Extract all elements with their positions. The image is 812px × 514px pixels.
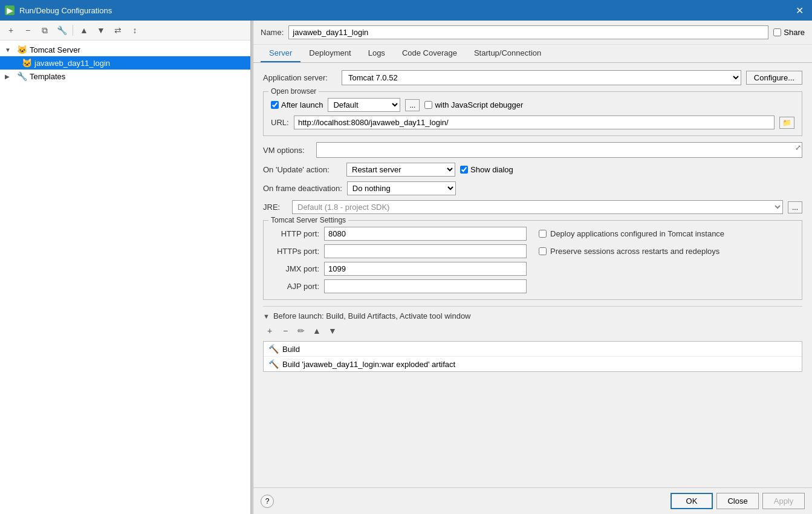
before-launch-section: ▼ Before launch: Build, Build Artifacts,… [263,306,802,372]
tab-deployment[interactable]: Deployment [300,45,359,62]
url-browse-button[interactable]: 📁 [779,117,794,129]
remove-config-button[interactable]: − [21,23,35,37]
preserve-sessions-checkbox[interactable] [539,247,547,255]
tree-item-javaweb[interactable]: 🐱 javaweb_day11_login [0,56,250,70]
close-button[interactable]: Close [716,493,759,509]
jmx-port-label: JMX port: [271,264,319,273]
tab-startup-connection[interactable]: Startup/Connection [466,45,550,62]
before-launch-up-button[interactable]: ▲ [310,324,323,337]
on-update-label: On 'Update' action: [263,165,342,174]
tab-logs[interactable]: Logs [360,45,394,62]
ajp-port-input[interactable] [324,279,527,293]
show-dialog-label: Show dialog [460,165,513,174]
tomcat-icon: 🐱 [17,45,27,54]
js-debug-label: with JavaScript debugger [424,100,523,109]
tree-expand-templates: ▶ [5,73,15,80]
dialog-title: Run/Debug Configurations [19,6,112,15]
before-launch-item-artifact[interactable]: 🔨 Build 'javaweb_day11_login:war explode… [264,357,802,371]
name-bar: Name: Share [253,21,812,45]
name-input[interactable] [288,25,768,39]
add-config-button[interactable]: + [4,23,18,37]
app-server-label: Application server: [263,73,342,82]
move-up-button[interactable]: ▲ [77,23,91,37]
ports-grid: HTTP port: Deploy applications configure… [271,227,794,293]
share-checkbox[interactable] [773,28,781,36]
on-frame-label: On frame deactivation: [263,184,342,193]
browser-select[interactable]: Default [328,98,400,112]
before-launch-remove-button[interactable]: − [279,324,292,337]
tomcat-server-label: Tomcat Server [30,45,80,54]
js-debug-checkbox[interactable] [424,101,432,109]
show-dialog-checkbox[interactable] [460,166,468,174]
vm-options-input[interactable] [316,142,802,158]
browser-dots-button[interactable]: ... [405,99,420,111]
share-label: Share [773,28,805,37]
jmx-port-row: JMX port: [271,262,527,276]
https-port-label: HTTPs port: [271,247,319,256]
app-server-select[interactable]: Tomcat 7.0.52 [342,70,741,85]
before-launch-edit-button[interactable]: ✏ [294,324,308,337]
jre-label: JRE: [263,203,287,212]
before-launch-list: 🔨 Build 🔨 Build 'javaweb_day11_login:war… [263,341,802,372]
vm-options-row: VM options: ⤢ [263,142,802,158]
before-launch-down-button[interactable]: ▼ [326,324,339,337]
sidebar-toolbar: + − ⧉ 🔧 ▲ ▼ ⇄ ↕ [0,21,250,41]
on-frame-select[interactable]: Do nothing [347,181,456,195]
on-update-row: On 'Update' action: Restart server Show … [263,163,802,177]
move-down-button[interactable]: ▼ [94,23,108,37]
before-launch-add-button[interactable]: + [263,324,276,337]
title-bar: ▶ Run/Debug Configurations ✕ [0,0,812,21]
tree-item-tomcat-server[interactable]: ▼ 🐱 Tomcat Server [0,43,250,56]
https-port-input[interactable] [324,244,527,258]
configure-button[interactable]: Configure... [746,71,802,85]
tab-bar: Server Deployment Logs Code Coverage Sta… [253,45,812,63]
move-to-button[interactable]: ⇄ [111,23,125,37]
config-tree: ▼ 🐱 Tomcat Server 🐱 javaweb_day11_login … [0,41,250,514]
url-input[interactable] [294,115,775,129]
before-launch-header: ▼ Before launch: Build, Build Artifacts,… [263,311,802,320]
sort-button[interactable]: ↕ [128,23,142,37]
deploy-apps-checkbox[interactable] [539,230,547,238]
tree-item-templates[interactable]: ▶ 🔧 Templates [0,70,250,83]
ajp-port-row: AJP port: [271,279,527,293]
build-label: Build [282,345,300,354]
copy-config-button[interactable]: ⧉ [37,23,52,37]
on-update-select[interactable]: Restart server [346,163,455,177]
tab-server[interactable]: Server [261,45,300,62]
bottom-right: OK Close Apply [671,493,805,509]
templates-icon: 🔧 [17,71,27,81]
js-debug-text: with JavaScript debugger [435,100,523,109]
toolbar-separator [73,25,73,36]
before-launch-collapse[interactable]: ▼ [263,313,270,320]
tomcat-settings-section: Tomcat Server Settings HTTP port: Deploy… [263,220,802,300]
http-port-input[interactable] [324,227,527,241]
artifact-icon: 🔨 [268,359,279,369]
before-launch-item-build[interactable]: 🔨 Build [264,342,802,357]
jmx-port-input[interactable] [324,262,527,276]
templates-label: Templates [30,72,65,81]
ajp-port-label: AJP port: [271,282,319,291]
after-launch-checkbox[interactable] [271,101,279,109]
vm-input-wrap: ⤢ [316,142,802,158]
vm-expand-button[interactable]: ⤢ [795,143,801,152]
main-layout: + − ⧉ 🔧 ▲ ▼ ⇄ ↕ ▼ 🐱 Tomcat Server 🐱 java… [0,21,812,514]
sidebar: + − ⧉ 🔧 ▲ ▼ ⇄ ↕ ▼ 🐱 Tomcat Server 🐱 java… [0,21,251,514]
open-browser-legend: Open browser [268,87,319,96]
settings-button[interactable]: 🔧 [54,23,69,37]
close-window-button[interactable]: ✕ [792,4,807,18]
app-server-row: Application server: Tomcat 7.0.52 Config… [263,70,802,85]
jre-dots-button[interactable]: ... [788,201,802,213]
browser-row2: URL: 📁 [271,115,794,129]
help-button[interactable]: ? [261,495,274,508]
jre-row: JRE: Default (1.8 - project SDK) ... [263,200,802,214]
artifact-label: Build 'javaweb_day11_login:war exploded'… [282,360,455,369]
https-port-row: HTTPs port: [271,244,527,258]
jre-select[interactable]: Default (1.8 - project SDK) [292,200,783,214]
tab-content: Application server: Tomcat 7.0.52 Config… [253,63,812,487]
ok-button[interactable]: OK [671,493,713,509]
http-port-label: HTTP port: [271,229,319,238]
tab-code-coverage[interactable]: Code Coverage [394,45,466,62]
apply-button[interactable]: Apply [762,493,805,509]
share-text: Share [784,28,805,37]
javaweb-label: javaweb_day11_login [34,59,110,68]
